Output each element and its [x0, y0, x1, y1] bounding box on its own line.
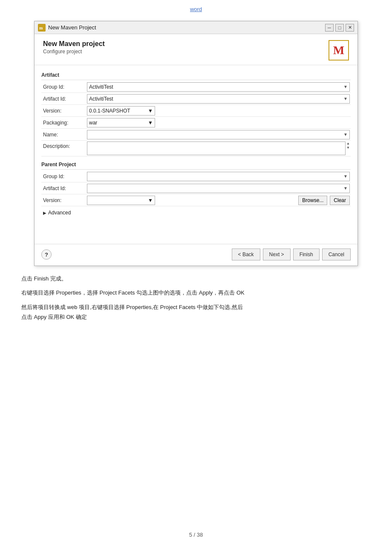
scroll-down-icon[interactable]: ▼: [346, 146, 350, 150]
description-textarea[interactable]: [87, 142, 346, 155]
version-row: Version: 0.0.1-SNAPSHOT ▼: [41, 105, 351, 117]
clear-button[interactable]: Clear: [330, 196, 350, 205]
help-button[interactable]: ?: [41, 249, 52, 260]
description-control: ▲ ▼: [86, 141, 351, 156]
dialog-wrapper: m New Maven Project ─ □ ✕ New Maven proj…: [0, 17, 392, 266]
group-id-value: ActivitiTest: [89, 84, 113, 90]
footer-left: ?: [41, 249, 52, 260]
parent-group-id-dropdown[interactable]: ▼: [87, 172, 350, 181]
version-dropdown[interactable]: 0.0.1-SNAPSHOT ▼: [87, 106, 155, 116]
advanced-toggle[interactable]: ▶ Advanced: [43, 210, 71, 216]
advanced-triangle-icon: ▶: [43, 211, 46, 215]
new-maven-dialog: m New Maven Project ─ □ ✕ New Maven proj…: [34, 21, 358, 266]
parent-version-dropdown[interactable]: ▼: [87, 196, 155, 205]
packaging-control: war ▼: [86, 117, 351, 128]
parent-artifact-id-dropdown[interactable]: ▼: [87, 184, 350, 193]
maven-title-icon: m: [38, 24, 46, 32]
parent-version-row: Version: ▼ Browse... Clear: [41, 194, 351, 206]
parent-version-input-area: ▼ Browse... Clear: [87, 196, 350, 205]
version-value: 0.0.1-SNAPSHOT: [89, 108, 130, 114]
dialog-header-icon: M: [329, 40, 349, 61]
maximize-button[interactable]: □: [335, 24, 344, 32]
svg-text:m: m: [39, 26, 43, 30]
dialog-body: Artifact Group Id: ActivitiTest ▼ Artifa…: [35, 65, 357, 240]
parent-section-header: Parent Project: [41, 159, 351, 170]
parent-version-label: Version:: [41, 196, 86, 205]
artifact-id-row: Artifact Id: ActivitiTest ▼: [41, 93, 351, 105]
footer-buttons: < Back Next > Finish Cancel: [232, 249, 351, 260]
group-id-dropdown[interactable]: ActivitiTest ▼: [87, 82, 350, 92]
artifact-id-control: ActivitiTest ▼: [86, 93, 351, 104]
group-id-label: Group Id:: [41, 82, 86, 92]
description-row: Description: ▲ ▼: [41, 141, 351, 156]
below-line2: 右键项目选择 Properties，选择 Project Facets 勾选上图…: [21, 288, 371, 298]
packaging-row: Packaging: war ▼: [41, 117, 351, 129]
description-scrollbar[interactable]: ▲ ▼: [346, 142, 350, 150]
packaging-arrow: ▼: [148, 120, 153, 126]
parent-artifact-id-arrow: ▼: [343, 186, 348, 191]
name-dropdown[interactable]: ▼: [87, 130, 350, 139]
group-id-row: Group Id: ActivitiTest ▼: [41, 81, 351, 93]
group-id-control: ActivitiTest ▼: [86, 81, 351, 92]
scroll-up-icon[interactable]: ▲: [346, 142, 350, 146]
artifact-id-label: Artifact Id:: [41, 94, 86, 104]
parent-artifact-id-control: ▼: [86, 183, 351, 194]
titlebar-left: m New Maven Project: [38, 24, 96, 32]
dialog-header: New Maven project Configure project M: [35, 34, 357, 65]
dialog-title-text: New Maven Project: [48, 24, 96, 31]
name-control: ▼: [86, 129, 351, 140]
artifact-section-header: Artifact: [41, 69, 351, 80]
group-id-arrow: ▼: [343, 84, 348, 89]
artifact-id-value: ActivitiTest: [89, 96, 113, 102]
dialog-footer: ? < Back Next > Finish Cancel: [35, 244, 357, 266]
below-content: 点击 Finish 完成。 右键项目选择 Properties，选择 Proje…: [0, 266, 392, 335]
parent-group-id-control: ▼: [86, 171, 351, 182]
page-number: 5 / 38: [0, 523, 392, 542]
name-label: Name:: [41, 130, 86, 139]
name-arrow: ▼: [343, 132, 348, 137]
parent-version-control: ▼ Browse... Clear: [86, 195, 351, 206]
artifact-id-dropdown[interactable]: ActivitiTest ▼: [87, 94, 350, 104]
close-button[interactable]: ✕: [346, 24, 354, 32]
minimize-button[interactable]: ─: [325, 24, 334, 32]
description-label: Description:: [41, 141, 86, 151]
parent-artifact-id-label: Artifact Id:: [41, 184, 86, 193]
browse-button[interactable]: Browse...: [298, 196, 327, 205]
parent-group-id-label: Group Id:: [41, 172, 86, 181]
name-row: Name: ▼: [41, 129, 351, 141]
packaging-label: Packaging:: [41, 118, 86, 127]
dialog-subtitle: Configure project: [43, 49, 105, 55]
below-line34: 然后将项目转换成 web 项目,右键项目选择 Properties,在 Proj…: [21, 302, 371, 322]
version-label: Version:: [41, 106, 86, 116]
top-link[interactable]: word: [0, 0, 392, 17]
back-button[interactable]: < Back: [232, 249, 260, 260]
parent-group-id-row: Group Id: ▼: [41, 171, 351, 182]
dialog-titlebar: m New Maven Project ─ □ ✕: [35, 21, 357, 34]
finish-button[interactable]: Finish: [293, 249, 320, 260]
parent-group-id-arrow: ▼: [343, 174, 348, 179]
parent-version-arrow: ▼: [148, 197, 153, 203]
dialog-header-text: New Maven project Configure project: [43, 40, 105, 55]
version-control: 0.0.1-SNAPSHOT ▼: [86, 105, 351, 116]
dialog-main-title: New Maven project: [43, 40, 105, 48]
advanced-label: Advanced: [48, 210, 71, 216]
next-button[interactable]: Next >: [263, 249, 291, 260]
packaging-value: war: [89, 120, 97, 126]
titlebar-controls: ─ □ ✕: [325, 24, 354, 32]
top-link-text: word: [190, 6, 202, 12]
body-spacer: [41, 219, 351, 236]
cancel-button[interactable]: Cancel: [322, 249, 351, 260]
below-line1: 点击 Finish 完成。: [21, 274, 371, 283]
packaging-dropdown[interactable]: war ▼: [87, 118, 155, 127]
version-arrow: ▼: [148, 108, 153, 114]
artifact-id-arrow: ▼: [343, 96, 348, 101]
parent-artifact-id-row: Artifact Id: ▼: [41, 182, 351, 194]
advanced-row: ▶ Advanced: [41, 206, 351, 219]
